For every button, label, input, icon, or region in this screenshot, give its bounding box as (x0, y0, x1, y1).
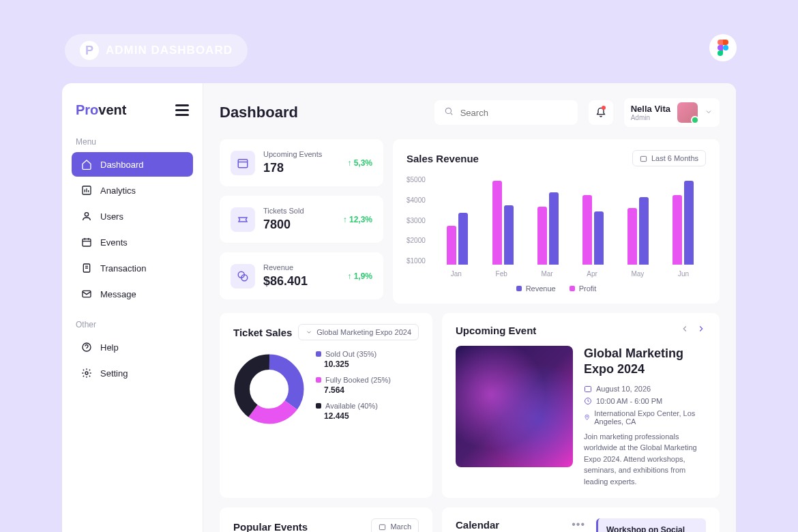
card-title: Calendar (456, 519, 499, 531)
search-box[interactable] (434, 100, 578, 125)
event-title: Global Marketing Expo 2024 (584, 346, 706, 378)
svg-point-7 (85, 372, 88, 374)
stat-revenue: Revenue $86.401 ↑ 1,9% (220, 252, 383, 299)
more-icon[interactable]: ••• (572, 518, 585, 531)
search-input[interactable] (460, 108, 575, 118)
cal-event-title: Workshop on Social Media Marketing (606, 525, 698, 532)
sidebar-item-events[interactable]: Events (72, 230, 193, 254)
stat-label: Upcoming Events (263, 150, 339, 158)
period-selector[interactable]: Last 6 Months (632, 150, 706, 166)
user-menu[interactable]: Nella Vita Admin (624, 98, 720, 127)
svg-rect-16 (585, 386, 591, 391)
nav-label: Events (100, 237, 128, 248)
search-icon (444, 106, 454, 119)
svg-rect-3 (83, 239, 91, 246)
calendar-event[interactable]: Workshop on Social Media Marketing Socia… (596, 518, 706, 532)
figma-icon (709, 34, 737, 61)
chart-icon (81, 185, 92, 196)
svg-point-2 (85, 213, 88, 216)
legend-revenue: Revenue (516, 284, 556, 293)
stat-change: ↑ 5,3% (347, 158, 372, 168)
stat-change: ↑ 12,3% (343, 215, 372, 224)
menu-icon[interactable] (175, 104, 189, 116)
help-icon (81, 342, 92, 353)
notification-dot (602, 106, 606, 110)
nav-label: Setting (100, 368, 128, 379)
svg-point-8 (445, 108, 451, 113)
stat-label: Revenue (263, 263, 339, 271)
nav-label: Users (100, 211, 123, 222)
mail-icon (81, 289, 92, 299)
month-selector[interactable]: March (371, 518, 419, 532)
svg-point-0 (723, 45, 728, 50)
calendar-icon (584, 385, 592, 393)
donut-chart (233, 353, 305, 425)
menu-label: Menu (76, 137, 189, 147)
event-location: International Expo Center, Los Angeles, … (584, 409, 706, 426)
stat-value: 178 (263, 161, 339, 175)
money-icon (231, 264, 255, 289)
svg-rect-19 (380, 524, 385, 529)
svg-rect-9 (238, 159, 248, 167)
stat-change: ↑ 1,9% (347, 271, 372, 281)
event-image (456, 346, 573, 467)
sidebar-item-dashboard[interactable]: Dashboard (72, 152, 193, 177)
sidebar-item-message[interactable]: Message (72, 282, 193, 306)
sidebar-item-analytics[interactable]: Analytics (72, 178, 193, 203)
avatar (677, 102, 698, 123)
nav-label: Analytics (100, 186, 136, 196)
next-event-button[interactable] (696, 324, 706, 336)
event-description: Join marketing professionals worldwide a… (584, 431, 706, 488)
card-title: Ticket Sales (233, 327, 292, 338)
card-title: Sales Revenue (407, 153, 479, 164)
prev-event-button[interactable] (680, 324, 690, 336)
page-title: Dashboard (220, 104, 424, 121)
sidebar-item-users[interactable]: Users (72, 204, 193, 228)
p-icon: P (80, 41, 99, 60)
home-icon (81, 159, 92, 170)
pin-icon (584, 413, 590, 422)
ticket-sales-card: Ticket Sales Global Marketing Expo 2024 … (220, 313, 432, 498)
chevron-down-icon (306, 329, 312, 336)
app-window: Provent Menu Dashboard Analytics Users E… (62, 83, 736, 532)
stat-value: 7800 (263, 218, 335, 232)
nav-label: Message (100, 289, 136, 299)
svg-rect-12 (640, 156, 646, 161)
outer-badge: P ADMIN DASHBOARD (65, 34, 248, 67)
stat-upcoming-events: Upcoming Events 178 ↑ 5,3% (220, 139, 383, 186)
popular-events-card: Popular Events March Concerts 35% Worksh… (220, 507, 432, 532)
stat-tickets-sold: Tickets Sold 7800 ↑ 12,3% (220, 196, 383, 243)
svg-point-18 (587, 416, 588, 417)
calendar-icon (640, 155, 647, 162)
clock-icon (584, 397, 592, 405)
calendar-icon (231, 151, 255, 175)
gear-icon (81, 368, 92, 379)
card-title: Popular Events (233, 521, 308, 532)
event-time: 10:00 AM - 6:00 PM (584, 397, 706, 405)
calendar-icon (81, 237, 92, 248)
outer-badge-text: ADMIN DASHBOARD (106, 44, 233, 57)
event-date: August 10, 2026 (584, 385, 706, 393)
chevron-down-icon (705, 106, 713, 119)
nav-label: Dashboard (100, 160, 144, 170)
users-icon (81, 211, 92, 222)
nav-label: Transaction (100, 263, 146, 274)
user-role: Admin (631, 114, 670, 121)
stat-label: Tickets Sold (263, 207, 335, 215)
sidebar: Provent Menu Dashboard Analytics Users E… (62, 83, 203, 532)
nav-label: Help (100, 342, 119, 353)
sidebar-item-help[interactable]: Help (72, 335, 193, 359)
sales-chart: $5000$4000$3000$2000$1000 (407, 176, 706, 265)
receipt-icon (81, 263, 92, 274)
calendar-icon (379, 523, 386, 531)
notifications-button[interactable] (589, 100, 613, 125)
sales-revenue-card: Sales Revenue Last 6 Months $5000$4000$3… (393, 139, 720, 304)
sidebar-item-transaction[interactable]: Transaction (72, 256, 193, 280)
sidebar-item-setting[interactable]: Setting (72, 361, 193, 385)
upcoming-event-card: Upcoming Event Global Marketing Expo 202… (442, 313, 720, 498)
event-selector[interactable]: Global Marketing Expo 2024 (298, 324, 419, 340)
brand: Provent (76, 102, 126, 118)
main-content: Dashboard Nella Vita Admin (203, 83, 736, 532)
card-title: Upcoming Event (456, 325, 536, 336)
legend-profit: Profit (570, 284, 597, 293)
